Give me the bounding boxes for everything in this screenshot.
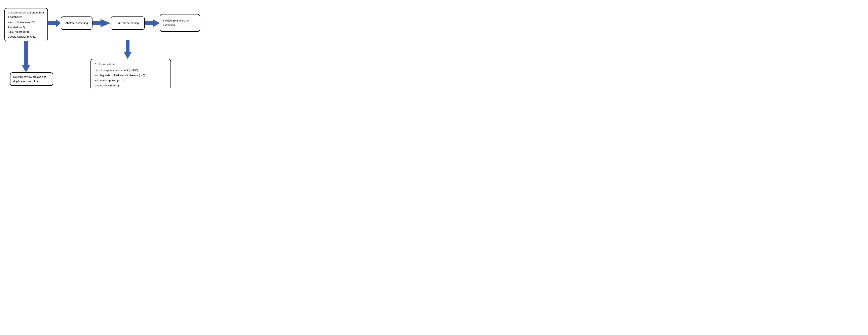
exclusion-item-2: No diagnosis of Parkinson’s disease (n=3…: [94, 73, 167, 77]
sources-item-3: IEEE Xplore (n=8): [8, 30, 44, 34]
deleting-label: Deleting review articles andduplications…: [13, 75, 46, 83]
arrow-sources-to-abstract: [48, 19, 61, 27]
deleting-box: Deleting review articles andduplications…: [10, 72, 53, 86]
sources-item-4: Google Scholar (n=351): [8, 35, 44, 39]
full-text-screening-label: Full text screening: [117, 21, 139, 25]
arrow-abstract-to-fulltext: [92, 19, 111, 27]
include-box: Include 39 articles forextraction: [160, 14, 200, 32]
full-text-screening-box: Full text screening: [111, 16, 145, 30]
exclusion-item-4: Cueing device (n=1): [94, 83, 167, 88]
exclusion-box: Exclusion articles: Lab or hospital envi…: [91, 59, 171, 89]
sources-title: 436 references searched from 4 databases: [8, 10, 44, 19]
sources-item-2: PubMed (n=6): [8, 25, 44, 30]
sources-item-1: Web of Science (n=71): [8, 20, 44, 25]
abstract-screening-label: Abstract screening: [65, 21, 88, 25]
arrow-sources-to-deleting: [22, 40, 30, 72]
arrow-fulltext-to-include: [145, 19, 160, 27]
include-label: Include 39 articles forextraction: [163, 19, 189, 27]
arrow-fulltext-to-exclusion: [124, 40, 132, 59]
exclusion-item-1: Lab or hospital environment (n=198): [94, 68, 167, 72]
exclusion-item-3: No sensor applied (n=1): [94, 78, 167, 83]
exclusion-title: Exclusion articles:: [94, 62, 167, 67]
flowchart: 436 references searched from 4 databases…: [4, 6, 213, 82]
abstract-screening-box: Abstract screening: [61, 16, 92, 30]
sources-box: 436 references searched from 4 databases…: [4, 8, 48, 41]
